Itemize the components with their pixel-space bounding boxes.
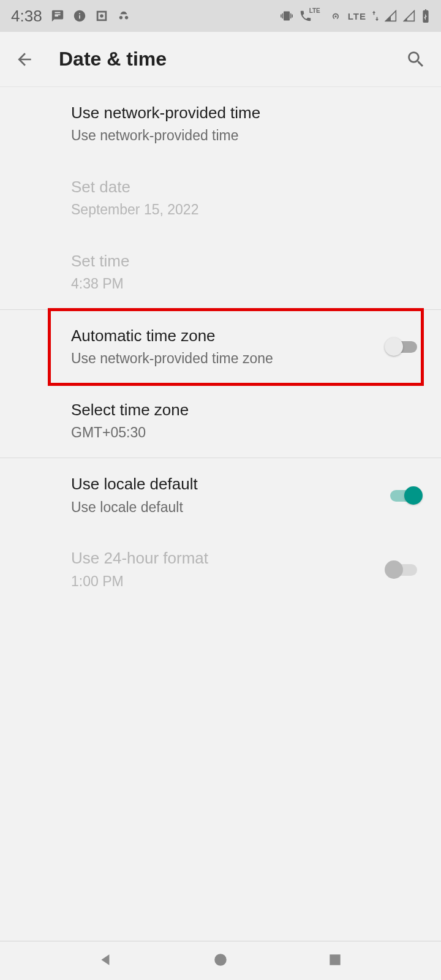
- wifi-calling-icon: LTE: [299, 9, 323, 23]
- toggle-locale-default[interactable]: [386, 487, 421, 504]
- setting-subtitle: Use network-provided time zone: [71, 348, 380, 369]
- toggle-thumb: [385, 337, 403, 356]
- setting-set-time: Set time 4:38 PM: [0, 235, 441, 309]
- navigation-bar: [0, 941, 441, 980]
- svg-rect-2: [330, 954, 340, 965]
- setting-subtitle: GMT+05:30: [71, 422, 426, 443]
- setting-auto-timezone[interactable]: Automatic time zone Use network-provided…: [0, 310, 441, 384]
- box-icon: [95, 9, 108, 23]
- setting-subtitle: Use locale default: [71, 497, 380, 518]
- page-title: Date & time: [59, 48, 167, 70]
- setting-locale-default[interactable]: Use locale default Use locale default: [0, 458, 441, 532]
- setting-subtitle: September 15, 2022: [71, 199, 426, 221]
- battery-icon: [421, 9, 430, 23]
- setting-title: Set time: [71, 250, 426, 272]
- setting-title: Use network-provided time: [71, 102, 426, 124]
- signal-icon-2: [403, 10, 415, 22]
- toggle-24hour: [386, 561, 421, 578]
- toggle-thumb: [404, 486, 423, 505]
- status-left: 4:38: [11, 7, 130, 26]
- setting-title: Automatic time zone: [71, 325, 380, 347]
- signal-icon-1: [385, 10, 397, 22]
- setting-subtitle: 4:38 PM: [71, 273, 426, 295]
- status-bar: 4:38 LTE LTE: [0, 0, 441, 32]
- setting-title: Use locale default: [71, 473, 380, 495]
- toggle-thumb: [385, 560, 403, 579]
- svg-point-1: [214, 954, 227, 966]
- svg-point-0: [100, 14, 104, 18]
- hotspot-icon: [330, 10, 342, 22]
- settings-content: Use network-provided time Use network-pr…: [0, 87, 441, 941]
- vibrate-icon: [281, 10, 293, 22]
- setting-title: Set date: [71, 176, 426, 198]
- setting-network-time[interactable]: Use network-provided time Use network-pr…: [0, 87, 441, 161]
- setting-24hour-format: Use 24-hour format 1:00 PM: [0, 532, 441, 606]
- toggle-auto-timezone[interactable]: [386, 338, 421, 355]
- message-icon: [51, 9, 64, 23]
- setting-title: Select time zone: [71, 399, 426, 421]
- incognito-icon: [117, 9, 130, 23]
- setting-select-timezone[interactable]: Select time zone GMT+05:30: [0, 384, 441, 458]
- lte-text: LTE: [348, 11, 366, 21]
- app-header: Date & time: [0, 32, 441, 87]
- back-icon[interactable]: [15, 50, 34, 69]
- nav-recent-icon[interactable]: [327, 952, 343, 970]
- app-icon: [73, 9, 86, 23]
- status-time: 4:38: [11, 7, 42, 26]
- search-icon[interactable]: [405, 49, 426, 70]
- setting-set-date: Set date September 15, 2022: [0, 161, 441, 235]
- nav-home-icon[interactable]: [213, 952, 228, 970]
- nav-back-icon[interactable]: [98, 952, 114, 970]
- setting-title: Use 24-hour format: [71, 547, 380, 569]
- status-right: LTE LTE: [281, 9, 430, 23]
- data-arrows-icon: [372, 10, 379, 22]
- highlight-box: [48, 308, 424, 386]
- setting-subtitle: Use network-provided time: [71, 125, 426, 146]
- setting-subtitle: 1:00 PM: [71, 571, 380, 592]
